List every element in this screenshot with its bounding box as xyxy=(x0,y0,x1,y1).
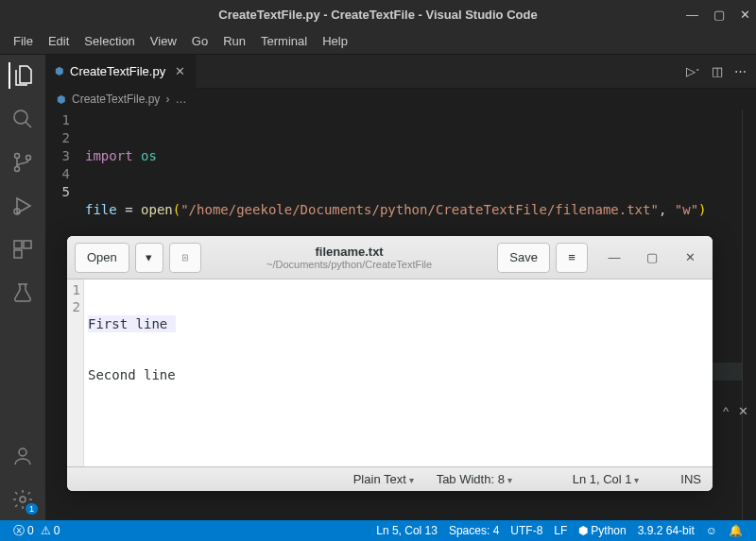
activity-source-control[interactable] xyxy=(9,149,36,176)
python-icon: ⬢ xyxy=(55,65,64,77)
svg-point-0 xyxy=(14,110,27,124)
menu-terminal[interactable]: Terminal xyxy=(253,30,315,52)
menu-selection[interactable]: Selection xyxy=(77,30,142,52)
gedit-insert-mode[interactable]: INS xyxy=(680,472,701,486)
activity-settings[interactable]: 1 xyxy=(9,486,36,513)
python-icon: ⬢ xyxy=(578,524,588,537)
panel-chevron-up-icon[interactable]: ^ xyxy=(723,404,729,418)
settings-badge: 1 xyxy=(26,503,38,515)
line-number: 1 xyxy=(45,111,70,129)
svg-point-9 xyxy=(20,497,26,502)
panel-close-icon[interactable]: ✕ xyxy=(738,404,748,418)
gedit-text-content[interactable]: First line Second line xyxy=(84,279,180,466)
tab-createtextfile[interactable]: ⬢ CreateTextFile.py ✕ xyxy=(45,55,196,89)
warning-icon: ⚠ xyxy=(41,524,51,537)
extensions-icon xyxy=(11,238,34,261)
breadcrumb-more[interactable]: … xyxy=(175,93,186,106)
window-title: CreateTextFile.py - CreateTextFile - Vis… xyxy=(218,8,537,22)
gedit-cursor-position[interactable]: Ln 1, Col 1 xyxy=(573,472,640,486)
minimize-button[interactable]: — xyxy=(686,8,698,22)
activity-bar: 1 xyxy=(0,55,45,520)
activity-search[interactable] xyxy=(9,106,36,132)
split-editor-button[interactable]: ◫ xyxy=(712,64,723,78)
branch-icon xyxy=(11,151,34,174)
svg-rect-5 xyxy=(14,241,22,248)
status-notifications-icon[interactable]: 🔔 xyxy=(723,524,748,537)
gedit-line-number: 2 xyxy=(67,298,80,315)
activity-account[interactable] xyxy=(9,443,36,469)
close-button[interactable]: ✕ xyxy=(740,8,750,22)
minimap[interactable] xyxy=(742,110,756,520)
gedit-maximize-button[interactable]: ▢ xyxy=(637,245,667,271)
gedit-new-button[interactable] xyxy=(169,243,201,273)
status-cursor-position[interactable]: Ln 5, Col 13 xyxy=(370,524,443,537)
svg-point-8 xyxy=(19,448,26,456)
activity-extensions[interactable] xyxy=(9,236,36,262)
tab-close-icon[interactable]: ✕ xyxy=(175,64,185,78)
gedit-line: First line xyxy=(88,315,176,332)
breadcrumb-sep: › xyxy=(165,93,169,106)
menu-file[interactable]: File xyxy=(6,30,41,52)
maximize-button[interactable]: ▢ xyxy=(713,8,725,22)
status-feedback-icon[interactable]: ☺ xyxy=(700,524,723,537)
gedit-open-button[interactable]: Open xyxy=(75,243,129,273)
window-titlebar: CreateTextFile.py - CreateTextFile - Vis… xyxy=(0,0,756,28)
gedit-line-number: 1 xyxy=(67,281,80,298)
breadcrumb-file[interactable]: CreateTextFile.py xyxy=(72,93,160,106)
menu-view[interactable]: View xyxy=(143,30,184,52)
status-eol[interactable]: LF xyxy=(548,524,573,537)
activity-explorer[interactable] xyxy=(9,62,35,89)
run-button[interactable]: ▷˅ xyxy=(686,64,700,78)
gedit-status-bar: Plain Text Tab Width: 8 Ln 1, Col 1 INS xyxy=(67,466,713,491)
error-icon: ⓧ xyxy=(13,523,25,539)
play-bug-icon xyxy=(11,194,34,217)
tab-label: CreateTextFile.py xyxy=(70,64,165,78)
menu-edit[interactable]: Edit xyxy=(41,30,77,52)
gedit-save-button[interactable]: Save xyxy=(497,243,550,273)
svg-rect-6 xyxy=(24,241,31,248)
gedit-open-dropdown[interactable]: ▾ xyxy=(135,243,163,273)
editor-more-button[interactable]: ⋯ xyxy=(734,64,747,78)
status-encoding[interactable]: UTF-8 xyxy=(505,524,548,537)
gedit-minimize-button[interactable]: — xyxy=(599,245,629,271)
vscode-status-bar: ⓧ0 ⚠0 Ln 5, Col 13 Spaces: 4 UTF-8 LF ⬢ … xyxy=(0,520,756,541)
python-icon: ⬢ xyxy=(57,93,66,106)
new-document-icon xyxy=(181,251,189,264)
svg-rect-7 xyxy=(14,250,22,258)
gedit-close-button[interactable]: ✕ xyxy=(675,245,705,271)
menu-go[interactable]: Go xyxy=(184,30,215,52)
gedit-header: Open ▾ filename.txt ~/Documents/python/C… xyxy=(67,236,713,279)
line-number: 4 xyxy=(45,165,70,183)
gedit-title: filename.txt xyxy=(207,245,492,259)
menu-run[interactable]: Run xyxy=(215,30,253,52)
breadcrumb[interactable]: ⬢ CreateTextFile.py › … xyxy=(45,89,756,110)
gedit-gutter: 1 2 xyxy=(67,279,84,466)
svg-point-2 xyxy=(15,167,20,172)
gedit-syntax-selector[interactable]: Plain Text xyxy=(353,472,414,486)
line-number: 5 xyxy=(45,183,70,201)
line-number: 2 xyxy=(45,129,70,147)
account-icon xyxy=(11,445,34,467)
status-language[interactable]: ⬢ Python xyxy=(573,524,631,537)
search-icon xyxy=(11,108,34,130)
svg-point-3 xyxy=(26,156,31,161)
gedit-tabwidth-selector[interactable]: Tab Width: 8 xyxy=(437,472,512,486)
gedit-subtitle: ~/Documents/python/CreateTextFile xyxy=(207,259,492,270)
files-icon xyxy=(12,64,35,87)
gedit-title-area: filename.txt ~/Documents/python/CreateTe… xyxy=(207,245,492,270)
activity-debug[interactable] xyxy=(9,193,36,219)
editor-actions: ▷˅ ◫ ⋯ xyxy=(686,64,756,78)
beaker-icon xyxy=(11,281,34,304)
window-controls: — ▢ ✕ xyxy=(686,8,750,22)
gedit-text-view[interactable]: 1 2 First line Second line xyxy=(67,279,713,466)
menu-bar: File Edit Selection View Go Run Terminal… xyxy=(0,28,756,55)
line-number: 3 xyxy=(45,147,70,165)
status-errors[interactable]: ⓧ0 ⚠0 xyxy=(8,523,65,539)
status-interpreter[interactable]: 3.9.2 64-bit xyxy=(632,524,700,537)
gedit-menu-button[interactable]: ≡ xyxy=(556,243,588,273)
activity-testing[interactable] xyxy=(9,279,36,306)
menu-help[interactable]: Help xyxy=(315,30,355,52)
svg-point-1 xyxy=(15,154,20,159)
status-indent[interactable]: Spaces: 4 xyxy=(443,524,505,537)
gedit-window: Open ▾ filename.txt ~/Documents/python/C… xyxy=(67,236,713,491)
